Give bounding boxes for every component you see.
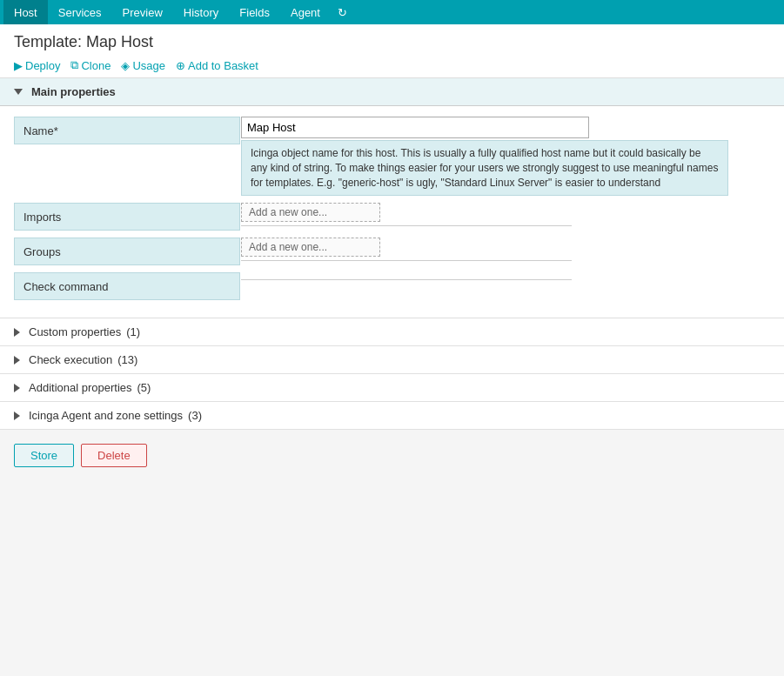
name-help-text: Icinga object name for this host. This i…	[241, 140, 728, 196]
page-title: Template: Map Host	[14, 33, 770, 51]
add-to-basket-link[interactable]: ⊕ Add to Basket	[176, 58, 258, 72]
main-properties-arrow	[14, 89, 23, 95]
check-command-field-container	[241, 272, 770, 280]
check-execution-arrow	[14, 356, 20, 365]
check-execution-count: (13)	[117, 353, 137, 366]
imports-row: Imports Add a new one...	[14, 203, 770, 231]
check-command-label: Check command	[14, 272, 240, 300]
groups-field-container: Add a new one...	[241, 238, 770, 261]
nav-item-host[interactable]: Host	[3, 0, 48, 24]
imports-label: Imports	[14, 203, 240, 231]
nav-item-services[interactable]: Services	[48, 0, 112, 24]
groups-add-placeholder[interactable]: Add a new one...	[241, 238, 380, 257]
basket-icon: ⊕	[176, 59, 185, 72]
custom-properties-section[interactable]: Custom properties (1)	[0, 318, 784, 346]
imports-underline	[241, 225, 572, 226]
button-row: Store Delete	[0, 430, 784, 481]
additional-properties-arrow	[14, 384, 20, 392]
name-input[interactable]	[241, 117, 589, 138]
groups-row: Groups Add a new one...	[14, 238, 770, 265]
name-label: Name*	[14, 117, 240, 144]
usage-icon: ◈	[121, 59, 130, 72]
deploy-link[interactable]: ▶ Deploy	[14, 58, 60, 72]
additional-properties-section[interactable]: Additional properties (5)	[0, 374, 784, 402]
check-execution-section[interactable]: Check execution (13)	[0, 346, 784, 374]
main-properties-body: Name* Icinga object name for this host. …	[0, 106, 784, 318]
nav-item-preview[interactable]: Preview	[112, 0, 173, 24]
icinga-agent-arrow	[14, 412, 20, 420]
check-command-row: Check command	[14, 272, 770, 300]
imports-field-container: Add a new one...	[241, 203, 770, 226]
main-properties-header[interactable]: Main properties	[0, 78, 784, 106]
page-header: Template: Map Host ▶ Deploy ⧉ Clone ◈ Us…	[0, 24, 784, 78]
icinga-agent-section[interactable]: Icinga Agent and zone settings (3)	[0, 402, 784, 430]
additional-properties-label: Additional properties	[29, 381, 132, 394]
content: Main properties Name* Icinga object name…	[0, 78, 784, 481]
name-row: Name* Icinga object name for this host. …	[14, 117, 770, 196]
custom-properties-count: (1)	[126, 325, 140, 338]
groups-underline	[241, 260, 572, 261]
nav-item-history[interactable]: History	[173, 0, 229, 24]
name-field-container: Icinga object name for this host. This i…	[241, 117, 770, 196]
nav-bar: Host Services Preview History Fields Age…	[0, 0, 784, 24]
additional-properties-title: Additional properties (5)	[14, 381, 151, 394]
icinga-agent-title: Icinga Agent and zone settings (3)	[14, 409, 202, 422]
custom-properties-label: Custom properties	[29, 325, 121, 338]
check-execution-label: Check execution	[29, 353, 112, 366]
clone-icon: ⧉	[70, 58, 78, 72]
check-command-underline	[241, 279, 572, 280]
action-bar: ▶ Deploy ⧉ Clone ◈ Usage ⊕ Add to Basket	[14, 58, 770, 72]
imports-add-placeholder[interactable]: Add a new one...	[241, 203, 380, 222]
icinga-agent-count: (3)	[188, 409, 202, 422]
groups-label: Groups	[14, 238, 240, 265]
usage-link[interactable]: ◈ Usage	[121, 58, 165, 72]
clone-link[interactable]: ⧉ Clone	[70, 58, 111, 72]
nav-item-agent[interactable]: Agent	[280, 0, 331, 24]
main-properties-label: Main properties	[31, 85, 116, 98]
deploy-icon: ▶	[14, 59, 23, 72]
store-button[interactable]: Store	[14, 444, 74, 467]
icinga-agent-label: Icinga Agent and zone settings	[29, 409, 183, 422]
custom-properties-title: Custom properties (1)	[14, 325, 140, 338]
additional-properties-count: (5)	[137, 381, 151, 394]
main-properties-section: Main properties Name* Icinga object name…	[0, 78, 784, 318]
custom-properties-arrow	[14, 328, 20, 337]
refresh-icon[interactable]: ↻	[331, 6, 354, 19]
delete-button[interactable]: Delete	[81, 444, 147, 467]
nav-item-fields[interactable]: Fields	[229, 0, 280, 24]
check-execution-title: Check execution (13)	[14, 353, 137, 366]
